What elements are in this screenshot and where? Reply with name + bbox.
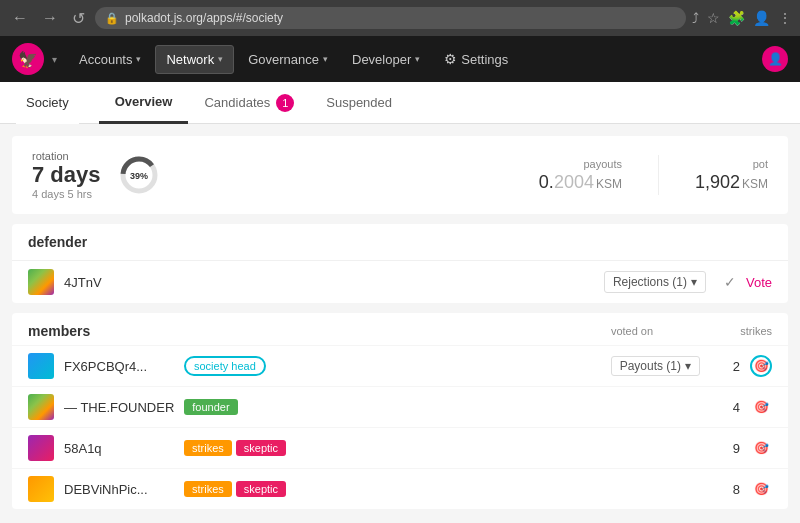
tab-suspended[interactable]: Suspended [310,82,408,124]
settings-label: Settings [461,52,508,67]
member-tag-skeptic-3: skeptic [236,481,286,497]
rotation-info: rotation 7 days 4 days 5 hrs [32,150,101,200]
vote-button[interactable]: Vote [746,275,772,290]
member-tags-0: society head [184,356,266,376]
star-icon[interactable]: ☆ [707,10,720,26]
col-strikes-label: strikes [692,325,772,337]
strikes-count-0: 2 [710,359,740,374]
member-tag-founder: founder [184,399,237,415]
dart-button-3[interactable]: 🎯 [750,478,772,500]
payouts-stat: payouts 0.2004KSM [539,158,622,193]
defender-address: 4JTnV [64,275,102,290]
puzzle-icon[interactable]: 🧩 [728,10,745,26]
nav-accounts-caret: ▾ [136,54,141,64]
breadcrumb-society[interactable]: Society [16,82,79,124]
member-name-2: 58A1q [64,441,174,456]
app-logo[interactable]: 🦅 [12,43,44,75]
dart-button-2[interactable]: 🎯 [750,437,772,459]
menu-icon[interactable]: ⋮ [778,10,792,26]
defender-row: 4JTnV Rejections (1) ▾ ✓ Vote [12,261,788,303]
members-title: members [28,323,572,339]
browser-bar: ← → ↺ 🔒 polkadot.js.org/apps/#/society ⤴… [0,0,800,36]
nav-developer-caret: ▾ [415,54,420,64]
defender-avatar [28,269,54,295]
rejections-caret: ▾ [691,275,697,289]
members-header: members voted on strikes [12,313,788,345]
nav-accounts-label: Accounts [79,52,132,67]
strikes-count-2: 9 [710,441,740,456]
lock-icon: 🔒 [105,12,119,25]
dart-button-1[interactable]: 🎯 [750,396,772,418]
main-content: rotation 7 days 4 days 5 hrs 39% payouts… [0,124,800,523]
pot-value: 1,902KSM [695,172,768,193]
nav-governance[interactable]: Governance ▾ [238,46,338,73]
rotation-days: 7 days [32,162,101,188]
pot-label: pot [695,158,768,170]
member-tags-2: strikes skeptic [184,440,286,456]
nav-accounts[interactable]: Accounts ▾ [69,46,151,73]
nav-network[interactable]: Network ▾ [155,45,234,74]
tab-overview[interactable]: Overview [99,82,189,124]
rotation-block: rotation 7 days 4 days 5 hrs 39% [32,150,161,200]
defender-header: defender [12,224,788,261]
member-name-3: DEBViNhPic... [64,482,174,497]
member-row: FX6PCBQr4... society head Payouts (1) ▾ … [12,345,788,386]
rotation-label: rotation [32,150,101,162]
member-tag-strikes-2: strikes [184,440,232,456]
defender-card: defender 4JTnV Rejections (1) ▾ ✓ Vote [12,224,788,303]
payouts-caret-0: ▾ [685,359,691,373]
forward-button[interactable]: → [38,7,62,29]
payouts-btn-label-0: Payouts (1) [620,359,681,373]
vote-check-icon: ✓ [724,274,736,290]
refresh-button[interactable]: ↺ [68,7,89,30]
tab-overview-label: Overview [115,94,173,109]
member-name-1: — THE.FOUNDER [64,400,174,415]
col-voted-label: voted on [572,325,692,337]
user-avatar[interactable]: 👤 [762,46,788,72]
address-bar[interactable]: 🔒 polkadot.js.org/apps/#/society [95,7,686,29]
strikes-count-1: 4 [710,400,740,415]
stat-separator [658,155,659,195]
payouts-button-0[interactable]: Payouts (1) ▾ [611,356,700,376]
avatar-icon: 👤 [768,52,783,66]
payouts-label: payouts [539,158,622,170]
nav-developer[interactable]: Developer ▾ [342,46,430,73]
member-tags-3: strikes skeptic [184,481,286,497]
member-tag-skeptic-2: skeptic [236,440,286,456]
nav-network-label: Network [166,52,214,67]
rotation-sub: 4 days 5 hrs [32,188,101,200]
tab-candidates[interactable]: Candidates 1 [188,82,310,124]
profile-icon[interactable]: 👤 [753,10,770,26]
member-tags-1: founder [184,399,237,415]
rejections-button[interactable]: Rejections (1) ▾ [604,271,706,293]
member-avatar-3 [28,476,54,502]
members-card: members voted on strikes FX6PCBQr4... so… [12,313,788,509]
member-avatar-0 [28,353,54,379]
member-row: — THE.FOUNDER founder 4 🎯 [12,386,788,427]
logo-bird-icon: 🦅 [18,50,38,69]
sub-nav: Society Overview Candidates 1 Suspended [0,82,800,124]
nav-governance-label: Governance [248,52,319,67]
svg-text:39%: 39% [129,171,147,181]
share-icon[interactable]: ⤴ [692,10,699,26]
nav-developer-label: Developer [352,52,411,67]
browser-actions: ⤴ ☆ 🧩 👤 ⋮ [692,10,792,26]
member-tag-society-head: society head [184,356,266,376]
tab-suspended-label: Suspended [326,95,392,110]
candidates-badge: 1 [276,94,294,112]
stats-card: rotation 7 days 4 days 5 hrs 39% payouts… [12,136,788,214]
nav-network-caret: ▾ [218,54,223,64]
member-name-0: FX6PCBQr4... [64,359,174,374]
member-row: DEBViNhPic... strikes skeptic 8 🎯 [12,468,788,509]
app-nav: 🦅 ▾ Accounts ▾ Network ▾ Governance ▾ De… [0,36,800,82]
pot-stat: pot 1,902KSM [695,158,768,193]
tab-list: Overview Candidates 1 Suspended [99,82,408,124]
member-avatar-1 [28,394,54,420]
back-button[interactable]: ← [8,7,32,29]
rotation-donut: 39% [117,153,161,197]
member-avatar-2 [28,435,54,461]
dart-button-0[interactable]: 🎯 [750,355,772,377]
member-tag-strikes-3: strikes [184,481,232,497]
strikes-count-3: 8 [710,482,740,497]
nav-settings[interactable]: ⚙ Settings [434,45,518,73]
